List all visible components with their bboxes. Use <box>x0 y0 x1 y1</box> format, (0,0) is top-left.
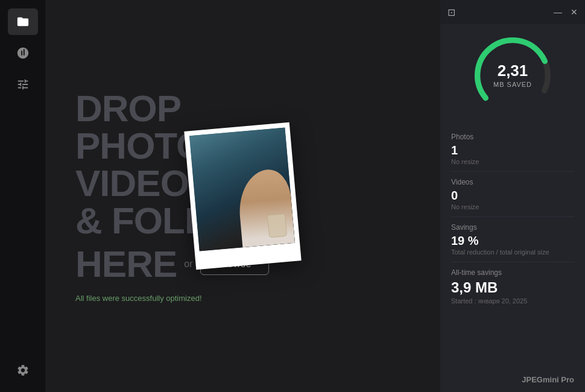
minimize-button[interactable]: — <box>554 7 562 17</box>
stat-photos-value: 1 <box>451 144 574 157</box>
brand-text: JPEGmini Pro <box>522 375 574 384</box>
stat-savings-sublabel: Total reduction / total original size <box>451 248 574 256</box>
or-text: or <box>184 259 192 270</box>
sidebar-item-sliders[interactable] <box>8 71 38 98</box>
success-message: All files were successfully optimized! <box>75 294 286 303</box>
stat-photos: Photos 1 No resize <box>451 127 574 172</box>
stat-alltime: All-time savings 3,9 MB Started : января… <box>451 262 574 311</box>
sidebar <box>0 0 45 392</box>
drop-line-1: DROP <box>75 90 286 127</box>
stat-savings: Savings 19 % Total reduction / total ori… <box>451 217 574 262</box>
stat-savings-label: Savings <box>451 223 574 232</box>
stat-alltime-label: All-time savings <box>451 268 574 277</box>
sidebar-item-files[interactable] <box>8 8 38 35</box>
gauge-unit: MB SAVED <box>493 81 532 88</box>
brand-name: JPEGmini Pro <box>522 375 574 384</box>
stat-alltime-sublabel: Started : января 20, 2025 <box>451 297 574 305</box>
right-panel: ⊡ — ✕ 2,31 MB SAVED Photos <box>440 0 585 392</box>
gauge-area: 2,31 MB SAVED <box>440 24 585 121</box>
app-container: DROP PHOTOS, VIDEOS & FOLDERS HERE or Br… <box>0 0 585 392</box>
sidebar-item-stats[interactable] <box>8 40 38 66</box>
titlebar-controls: — ✕ <box>554 7 578 17</box>
stat-photos-sublabel: No resize <box>451 158 574 165</box>
stat-savings-value: 19 % <box>451 234 574 247</box>
close-button[interactable]: ✕ <box>571 7 578 17</box>
stat-videos: Videos 0 No resize <box>451 172 574 217</box>
stat-photos-label: Photos <box>451 133 574 141</box>
gauge-center: 2,31 MB SAVED <box>493 63 532 88</box>
sidebar-item-settings[interactable] <box>8 357 38 384</box>
photo-preview <box>189 127 295 251</box>
main-content: DROP PHOTOS, VIDEOS & FOLDERS HERE or Br… <box>45 0 440 392</box>
stat-videos-label: Videos <box>451 178 574 186</box>
panel-branding: JPEGmini Pro <box>440 367 585 392</box>
stat-alltime-value: 3,9 MB <box>451 279 574 296</box>
stat-videos-sublabel: No resize <box>451 203 574 210</box>
gauge-value: 2,31 <box>493 63 532 78</box>
drop-line-5: HERE <box>75 245 177 283</box>
gauge: 2,31 MB SAVED <box>470 33 555 118</box>
photo-card <box>184 122 301 270</box>
stat-videos-value: 0 <box>451 189 574 202</box>
maximize-icon: ⊡ <box>447 7 455 18</box>
stats-panel: Photos 1 No resize Videos 0 No resize Sa… <box>440 121 585 367</box>
